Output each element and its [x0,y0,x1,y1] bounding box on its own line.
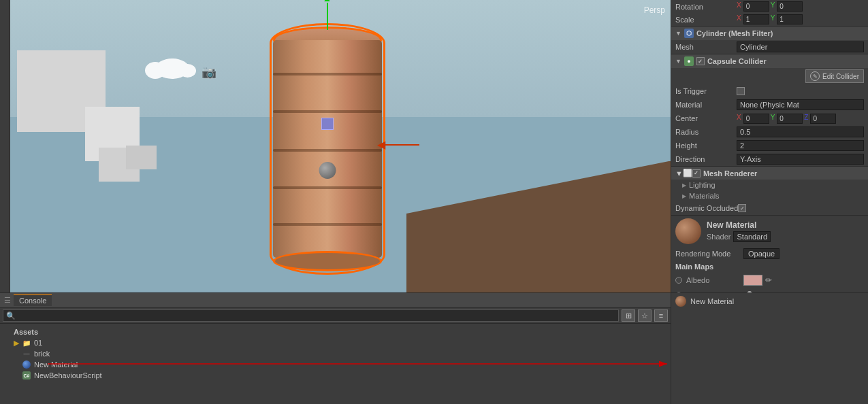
direction-label: Direction [675,155,737,163]
rotation-x-value[interactable]: 0 [743,1,769,12]
toolbar-btn-1[interactable]: ⊞ [622,309,635,322]
edit-collider-icon: ✎ [810,71,820,81]
albedo-label: Albedo [686,276,741,284]
assets-content: Assets ▶ 📁 01 — brick [0,324,671,404]
scale-y-label: Y [771,14,775,24]
toolbar-btn-3[interactable]: ≡ [654,309,668,322]
edit-collider-label: Edit Collider [822,73,859,80]
material-preview-sphere [675,218,701,244]
search-input[interactable] [3,309,619,322]
materials-label: Materials [689,192,720,200]
material-asset-icon [22,360,31,369]
mesh-renderer-section: ▼ ⬜ Mesh Renderer ▶ Lighting ▶ Materials… [671,167,868,216]
center-label: Center [675,114,737,122]
assets-toolbar: ⊞ ☆ ≡ [0,308,671,324]
direction-value[interactable]: Y-Axis [737,154,864,165]
rendering-mode-value[interactable]: Opaque [743,248,779,259]
asset-brick[interactable]: — brick [14,348,668,359]
metallic-slider-thumb[interactable] [746,291,753,293]
lighting-arrow: ▶ [682,182,686,188]
capsule-icon: ● [684,56,694,66]
is-trigger-row: Is Trigger [671,84,868,98]
cyl-ring-3 [273,149,382,152]
persp-label: Persp [644,5,665,15]
folder-01[interactable]: ▶ 📁 01 [14,337,668,348]
eyedropper-icon[interactable]: ✏ [765,275,772,285]
transform-handle-right[interactable] [385,144,419,146]
scale-x-value[interactable]: 1 [743,14,769,24]
folder-01-label: 01 [34,339,42,347]
height-label: Height [675,141,737,150]
mesh-renderer-header[interactable]: ▼ ⬜ Mesh Renderer [671,167,868,180]
shader-value[interactable]: Standard [733,231,771,242]
material-sphere-icon [22,360,31,369]
scene-view[interactable]: 📷 Persp [10,0,671,292]
materials-subsection[interactable]: ▶ Materials [671,190,868,201]
mesh-renderer-label: Mesh Renderer [703,169,757,178]
center-x-value[interactable]: 0 [743,114,769,124]
cloud [155,58,189,79]
bottom-inspector: New Material [671,293,868,404]
capsule-enabled-checkbox[interactable] [696,57,705,65]
metallic-row: Metallic [671,288,868,292]
cylinder-body [273,40,382,258]
mesh-renderer-enabled-checkbox[interactable] [692,169,701,178]
console-tab[interactable]: Console [14,294,52,306]
rotation-row: Rotation X 0 Y 0 [671,0,868,13]
folder-icon: ▶ [14,339,19,348]
assets-area: ⊞ ☆ ≡ Assets ▶ 📁 01 — b [0,308,671,404]
materials-arrow: ▶ [682,193,686,199]
selected-cylinder[interactable] [270,23,385,275]
center-z-value[interactable]: 0 [810,114,836,124]
asset-new-material-label: New Material [34,360,78,369]
height-row: Height 2 [671,139,868,152]
radius-row: Radius 0.5 [671,125,868,139]
edit-collider-button[interactable]: ✎ Edit Collider [805,69,864,83]
rotation-y-value[interactable]: 0 [777,1,803,12]
edit-collider-row: ✎ Edit Collider [671,68,868,84]
mesh-value: Cylinder [737,41,864,52]
mesh-label: Mesh [675,43,737,51]
center-values: X 0 Y 0 Z 0 [737,114,864,124]
capsule-arrow: ▼ [675,58,681,65]
main-maps-header: Main Maps [671,260,868,273]
cyl-ring-1 [273,73,382,75]
cyl-ring-2 [273,110,382,113]
center-y-label: Y [771,114,775,124]
is-trigger-checkbox[interactable] [737,87,745,95]
console-panel: ☰ Console ⊞ ☆ ≡ Assets ▶ 📁 01 [0,293,671,404]
toolbar-btn-2[interactable]: ☆ [638,309,652,322]
asset-script[interactable]: C# NewBehaviourScript [14,370,668,381]
assets-list: Assets ▶ 📁 01 — brick [14,326,668,381]
center-y-value[interactable]: 0 [777,114,803,124]
bottom-area: ☰ Console ⊞ ☆ ≡ Assets ▶ 📁 01 [0,292,868,404]
drop-material-label: New Material [690,297,734,305]
material-label: Material [675,101,737,109]
lighting-label: Lighting [689,181,716,189]
cylinder-mesh-filter-section: ▼ ⬡ Cylinder (Mesh Filter) Mesh Cylinder [671,27,868,54]
material-row: Material None (Physic Mat [671,98,868,112]
asset-script-label: NewBehaviourScript [34,371,102,380]
scale-y-value[interactable]: 1 [777,14,803,24]
block-white-4 [126,146,157,169]
asset-new-material[interactable]: New Material [14,359,668,370]
cyl-ring-4 [273,186,382,189]
capsule-section-header[interactable]: ▼ ● Capsule Collider [671,54,868,68]
albedo-color-swatch[interactable] [743,275,762,286]
mesh-renderer-arrow: ▼ [675,169,683,178]
height-value[interactable]: 2 [737,140,864,151]
radius-value[interactable]: 0.5 [737,127,864,137]
cylinder-section-header[interactable]: ▼ ⬡ Cylinder (Mesh Filter) [671,27,868,40]
albedo-radio[interactable] [675,277,682,284]
scale-row: Scale X 1 Y 1 [671,13,868,26]
transform-handle-center[interactable] [321,118,334,130]
dynamic-occluded-checkbox[interactable] [738,204,746,212]
inspector-panel: Rotation X 0 Y 0 Scale X 1 Y 1 [671,0,868,292]
direction-row: Direction Y-Axis [671,152,868,166]
rotation-label: Rotation [675,3,737,11]
transform-handle-up[interactable] [327,3,328,30]
asset-brick-label: brick [34,350,50,358]
lighting-subsection[interactable]: ▶ Lighting [671,180,868,190]
is-trigger-label: Is Trigger [675,87,737,95]
drop-material-sphere [675,296,686,307]
